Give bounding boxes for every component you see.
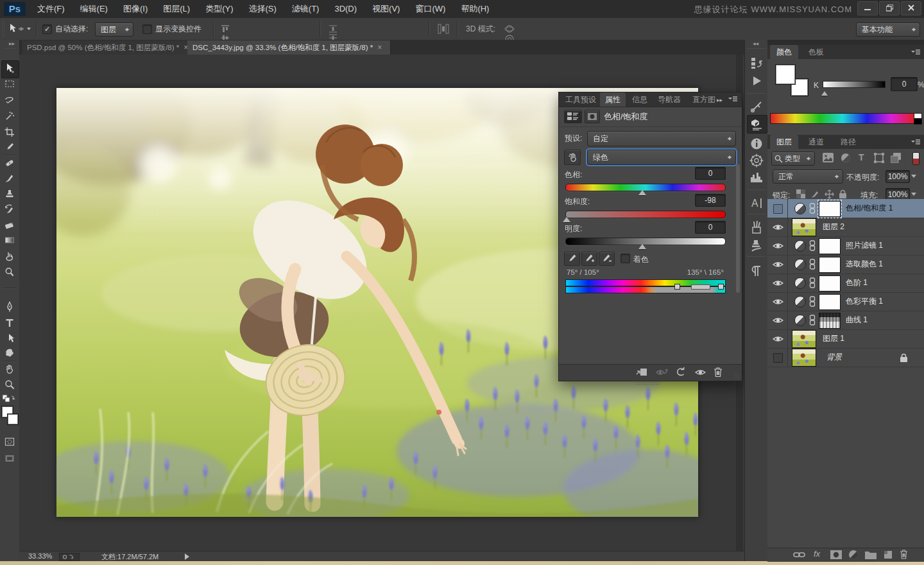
- workspace-dropdown[interactable]: 基本功能: [856, 22, 920, 37]
- layer-name[interactable]: 背景: [826, 348, 842, 367]
- saturation-value-field[interactable]: -98: [695, 194, 726, 207]
- visibility-cell[interactable]: [767, 329, 788, 348]
- menu-edit[interactable]: 编辑(E): [73, 0, 116, 18]
- color-spectrum-ramp[interactable]: [770, 113, 915, 124]
- dock-grip[interactable]: [747, 189, 766, 191]
- brush-presets-panel-icon[interactable]: [749, 220, 764, 235]
- screen-mode-button[interactable]: [3, 452, 16, 465]
- layer-thumbnail[interactable]: [792, 349, 816, 367]
- hue-value-field[interactable]: 0: [695, 167, 726, 180]
- distribute-spacing-icon[interactable]: [438, 23, 450, 35]
- filter-adjustment-layers-icon[interactable]: [841, 153, 851, 163]
- preset-dropdown[interactable]: 自定: [587, 131, 736, 146]
- delete-adjustment-icon[interactable]: [714, 367, 723, 378]
- tool-preset-picker[interactable]: [8, 22, 24, 35]
- layer-row-hue-saturation[interactable]: 色相/饱和度 1: [767, 199, 924, 218]
- visibility-toggle-icon[interactable]: [695, 369, 706, 376]
- k-value-field[interactable]: 0: [891, 77, 918, 91]
- layer-thumbnail[interactable]: [792, 218, 816, 236]
- range-handle-right[interactable]: [718, 284, 724, 290]
- visibility-cell[interactable]: [767, 311, 788, 329]
- mask-link-icon[interactable]: [809, 259, 816, 270]
- panel-menu-icon[interactable]: [728, 96, 737, 103]
- mask-link-icon[interactable]: [809, 277, 816, 288]
- info-panel-icon[interactable]: [749, 136, 764, 152]
- link-layers-icon[interactable]: [793, 551, 805, 559]
- mask-link-icon[interactable]: [809, 203, 816, 214]
- navigator-panel-icon[interactable]: [749, 153, 764, 168]
- filter-type-layers-icon[interactable]: T: [859, 152, 864, 162]
- layer-mask-thumbnail[interactable]: [819, 257, 841, 273]
- tool-spot-healing[interactable]: [3, 157, 16, 170]
- layer-row-layer1[interactable]: 图层 1: [767, 329, 924, 349]
- tool-custom-shape[interactable]: [3, 347, 16, 360]
- histogram-panel-icon[interactable]: [749, 170, 764, 185]
- zoom-level-field[interactable]: 33.33%: [28, 552, 52, 560]
- filter-toggle-switch[interactable]: [912, 152, 920, 165]
- menu-help[interactable]: 帮助(H): [453, 0, 497, 18]
- menu-view[interactable]: 视图(V): [364, 0, 407, 18]
- layer-mask-thumbnail-textured[interactable]: [819, 313, 841, 329]
- collapse-tools-icon[interactable]: ▶▶: [9, 41, 15, 46]
- history-panel-icon[interactable]: [749, 55, 764, 71]
- layer-row-selective-color[interactable]: 选取颜色 1: [767, 255, 924, 274]
- layer-mask-thumbnail[interactable]: [819, 238, 841, 254]
- tool-gradient[interactable]: [3, 234, 16, 247]
- layer-name[interactable]: 图层 2: [823, 218, 844, 236]
- eye-icon[interactable]: [773, 279, 783, 287]
- tool-smudge[interactable]: [3, 250, 16, 263]
- layer-row-curves[interactable]: 曲线 1: [767, 311, 924, 330]
- layer-name[interactable]: 色彩平衡 1: [846, 292, 883, 311]
- background-color-swatch[interactable]: [7, 413, 19, 425]
- delete-layer-icon[interactable]: [900, 549, 908, 559]
- visibility-cell[interactable]: [767, 236, 788, 255]
- tool-path-selection[interactable]: [3, 332, 16, 345]
- layer-filter-dropdown[interactable]: 类型: [771, 152, 815, 166]
- eyedropper-subtract-button[interactable]: [599, 252, 615, 266]
- paragraph-panel-icon[interactable]: [749, 263, 764, 279]
- restore-button[interactable]: [879, 1, 900, 15]
- mask-link-icon[interactable]: [809, 296, 816, 307]
- eye-icon[interactable]: [773, 242, 783, 250]
- adjustment-list-icon[interactable]: [564, 110, 582, 123]
- tab-channels[interactable]: 通道: [802, 135, 830, 149]
- new-group-icon[interactable]: [865, 550, 877, 559]
- eyedropper-sample-button[interactable]: [564, 252, 580, 266]
- hue-slider-thumb[interactable]: [638, 186, 646, 195]
- filter-shape-layers-icon[interactable]: [874, 153, 884, 163]
- visibility-cell[interactable]: [767, 255, 788, 274]
- eye-icon[interactable]: [773, 223, 783, 231]
- character-panel-icon[interactable]: A: [749, 195, 764, 211]
- menu-3d[interactable]: 3D(D): [327, 0, 364, 18]
- fill-caret-icon[interactable]: [911, 193, 916, 198]
- tool-eyedropper[interactable]: [3, 141, 16, 153]
- tool-clone-stamp[interactable]: [3, 187, 16, 200]
- align-top-edges-icon[interactable]: [221, 24, 230, 33]
- reset-adjustment-icon[interactable]: [676, 367, 687, 378]
- tab-layers[interactable]: 图层: [770, 135, 798, 149]
- tab-dsc-active[interactable]: DSC_3443y.jpg @ 33.3% (色相/饱和度 1, 图层蒙版/8)…: [187, 40, 391, 55]
- eyedropper-add-button[interactable]: [581, 252, 597, 266]
- clip-to-layer-icon[interactable]: [636, 368, 647, 377]
- tab-info[interactable]: 信息: [627, 92, 653, 107]
- tool-type[interactable]: [3, 317, 16, 329]
- visibility-cell[interactable]: [767, 218, 788, 236]
- visibility-cell[interactable]: [767, 348, 788, 367]
- tab-navigator[interactable]: 导航器: [653, 92, 686, 107]
- add-layer-mask-icon[interactable]: [830, 550, 842, 559]
- auto-select-dropdown[interactable]: 图层: [95, 22, 133, 37]
- panel-menu-icon[interactable]: [911, 139, 920, 146]
- tab-close-icon[interactable]: ×: [377, 43, 382, 52]
- filter-smart-objects-icon[interactable]: [891, 153, 902, 163]
- distribute-top-edges-icon[interactable]: [329, 24, 338, 33]
- layer-name[interactable]: 照片滤镜 1: [846, 236, 883, 255]
- layer-row-background[interactable]: 背景: [767, 348, 924, 367]
- dock-grip[interactable]: [747, 48, 766, 50]
- visibility-cell[interactable]: [767, 199, 788, 218]
- tool-lasso[interactable]: [3, 94, 16, 107]
- 3d-rotate-icon[interactable]: [504, 24, 515, 34]
- actions-panel-icon[interactable]: [749, 73, 764, 89]
- eye-icon[interactable]: [773, 335, 783, 343]
- saturation-slider-track[interactable]: [565, 211, 726, 218]
- range-inner-bar[interactable]: [691, 284, 710, 290]
